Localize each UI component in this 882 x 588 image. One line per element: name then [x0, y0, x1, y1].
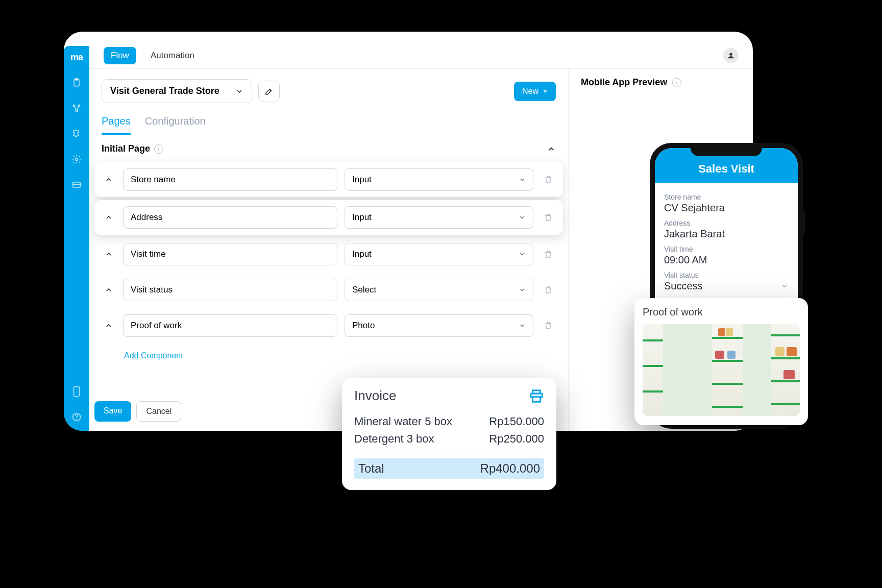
row-collapse-icon[interactable] [102, 250, 116, 258]
delete-icon[interactable] [541, 285, 556, 295]
preview-field-label: Visit time [664, 245, 789, 253]
main-panel: Visit General Trade Store New Pages Conf… [89, 69, 568, 431]
puzzle-icon[interactable] [71, 128, 82, 139]
user-avatar[interactable] [723, 48, 739, 63]
workflow-icon[interactable] [71, 103, 82, 114]
invoice-card: Invoice Mineral water 5 box Rp150.000 De… [342, 378, 556, 490]
save-button[interactable]: Save [94, 401, 131, 422]
chevron-down-icon [780, 282, 789, 290]
form-row: Select [102, 274, 556, 306]
phone-icon[interactable] [71, 386, 82, 397]
row-collapse-icon[interactable] [102, 176, 116, 184]
card-icon[interactable] [71, 179, 82, 190]
preview-field-value: Success [664, 280, 703, 292]
svg-point-11 [729, 53, 732, 56]
invoice-total-value: Rp400.000 [480, 461, 540, 476]
invoice-row: Detergent 3 box Rp250.000 [354, 430, 544, 448]
chevron-down-icon [235, 87, 243, 95]
field-label-input[interactable] [123, 279, 337, 301]
form-row: Input [94, 162, 563, 197]
topbar: Flow Automation [89, 32, 753, 68]
field-label-input[interactable] [123, 314, 337, 337]
preview-field-value: Jakarta Barat [664, 228, 789, 240]
field-type-value: Input [352, 249, 372, 259]
info-icon[interactable]: i [154, 144, 163, 154]
field-type-select[interactable]: Photo [345, 314, 533, 337]
invoice-row: Mineral water 5 box Rp150.000 [354, 413, 544, 430]
field-type-select[interactable]: Input [345, 206, 533, 229]
invoice-title: Invoice [354, 388, 396, 404]
tab-flow[interactable]: Flow [104, 47, 136, 64]
row-collapse-icon[interactable] [102, 213, 116, 222]
cancel-button[interactable]: Cancel [136, 401, 181, 422]
svg-point-4 [76, 110, 77, 111]
invoice-item-price: Rp150.000 [489, 415, 544, 428]
subtab-pages[interactable]: Pages [102, 115, 131, 135]
subtab-configuration[interactable]: Configuration [145, 115, 206, 135]
preview-field-label: Store name [664, 193, 789, 201]
preview-field-value: CV Sejahtera [664, 202, 789, 214]
svg-point-10 [77, 419, 77, 420]
edit-button[interactable] [258, 81, 280, 102]
delete-icon[interactable] [541, 213, 556, 222]
preview-field-value: 09:00 AM [664, 254, 789, 266]
collapse-icon[interactable] [547, 144, 556, 154]
form-rows: Input Input [102, 162, 556, 342]
row-collapse-icon[interactable] [102, 286, 116, 294]
svg-marker-12 [544, 90, 547, 92]
gear-icon[interactable] [71, 154, 82, 165]
form-row: Input [94, 200, 563, 235]
svg-rect-14 [533, 397, 541, 402]
page-selector-label: Visit General Trade Store [110, 86, 219, 96]
invoice-total: Total Rp400.000 [354, 458, 544, 479]
invoice-item-name: Mineral water 5 box [354, 415, 452, 428]
invoice-item-price: Rp250.000 [489, 432, 544, 446]
section-title: Initial Page [102, 143, 150, 154]
form-row: Input [102, 238, 556, 271]
svg-point-2 [73, 105, 75, 106]
field-type-select[interactable]: Input [345, 168, 533, 191]
form-row: Photo [102, 309, 556, 342]
clipboard-icon[interactable] [71, 77, 82, 88]
invoice-total-label: Total [358, 461, 384, 476]
subtabs: Pages Configuration [102, 115, 556, 135]
section-header: Initial Page i [102, 135, 556, 162]
field-label-input[interactable] [123, 168, 337, 191]
delete-icon[interactable] [541, 321, 556, 330]
proof-card: Proof of work [634, 298, 808, 425]
field-type-value: Photo [352, 321, 375, 331]
field-label-input[interactable] [123, 243, 337, 265]
delete-icon[interactable] [541, 250, 556, 259]
print-icon[interactable] [529, 388, 544, 404]
field-type-value: Input [352, 212, 372, 223]
field-label-input[interactable] [123, 206, 337, 229]
bottom-actions: Save Cancel [94, 401, 181, 422]
help-icon[interactable] [71, 411, 82, 423]
proof-title: Proof of work [643, 306, 800, 318]
preview-heading: Mobile App Preview [581, 77, 667, 88]
field-type-select[interactable]: Input [345, 243, 533, 265]
preview-field-label: Address [664, 219, 789, 227]
row-collapse-icon[interactable] [102, 322, 116, 330]
info-icon[interactable]: i [672, 78, 681, 87]
field-type-value: Select [352, 285, 376, 295]
proof-image [643, 324, 800, 416]
field-type-select[interactable]: Select [345, 279, 533, 301]
svg-point-3 [78, 105, 80, 106]
delete-icon[interactable] [541, 175, 556, 184]
tab-automation[interactable]: Automation [143, 47, 202, 64]
svg-rect-8 [74, 387, 80, 397]
new-button-label: New [522, 87, 538, 96]
new-button[interactable]: New [514, 82, 556, 101]
preview-field-label: Visit status [664, 271, 789, 279]
invoice-item-name: Detergent 3 box [354, 432, 434, 446]
svg-point-5 [76, 158, 78, 161]
logo: ma [70, 52, 83, 63]
field-type-value: Input [352, 175, 372, 185]
add-component-link[interactable]: Add Component [124, 351, 183, 360]
page-selector[interactable]: Visit General Trade Store [102, 79, 252, 103]
sidebar: ma [64, 46, 89, 431]
